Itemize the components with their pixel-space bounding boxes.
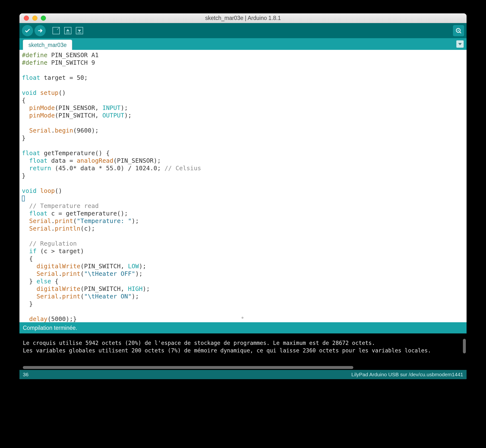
save-sketch-button[interactable]	[74, 26, 85, 36]
board-port: LilyPad Arduino USB sur /dev/cu.usbmodem…	[351, 372, 463, 377]
status-bar: Compilation terminée.	[19, 322, 467, 333]
traffic-lights	[19, 16, 46, 21]
resize-handle-icon[interactable]: ●	[242, 314, 244, 321]
tab-menu-button[interactable]	[456, 40, 464, 48]
serial-monitor-icon	[455, 27, 462, 34]
open-sketch-button[interactable]	[63, 26, 73, 36]
arrow-right-icon	[37, 27, 43, 34]
console-output[interactable]: Le croquis utilise 5942 octets (20%) de …	[19, 333, 467, 370]
line-number: 36	[23, 372, 28, 377]
upload-button[interactable]	[35, 25, 46, 36]
status-text: Compilation terminée.	[23, 325, 77, 331]
verify-button[interactable]	[22, 25, 33, 36]
close-button[interactable]	[24, 16, 29, 21]
arduino-window: sketch_mar03e | Arduino 1.8.1 sketch_mar…	[19, 13, 467, 379]
titlebar: sketch_mar03e | Arduino 1.8.1	[19, 13, 467, 23]
console-hscrollbar[interactable]	[23, 366, 353, 369]
cursor	[22, 196, 25, 201]
footer-bar: 36 LilyPad Arduino USB sur /dev/cu.usbmo…	[19, 370, 467, 379]
new-file-icon	[52, 27, 60, 34]
minimize-button[interactable]	[32, 16, 37, 21]
tab-sketch[interactable]: sketch_mar03e	[23, 40, 72, 50]
new-sketch-button[interactable]	[51, 26, 61, 36]
code-editor[interactable]: #define PIN_SENSOR A1 #define PIN_SWITCH…	[19, 50, 467, 322]
window-title: sketch_mar03e | Arduino 1.8.1	[19, 15, 467, 21]
check-icon	[24, 27, 31, 34]
serial-monitor-button[interactable]	[453, 25, 464, 36]
open-icon	[64, 27, 71, 34]
console-vscrollbar[interactable]	[463, 339, 466, 353]
zoom-button[interactable]	[41, 16, 46, 21]
tab-bar: sketch_mar03e	[19, 38, 467, 50]
toolbar	[19, 23, 467, 38]
save-icon	[76, 27, 83, 34]
